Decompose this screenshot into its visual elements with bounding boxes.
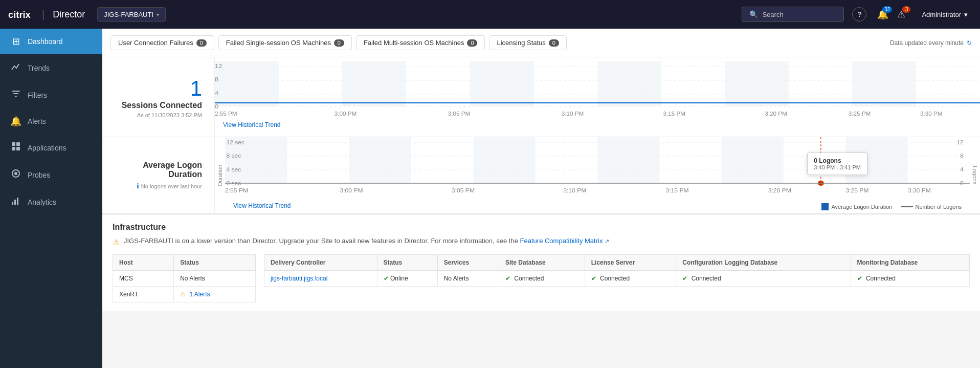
chip-user-connection-failures[interactable]: User Connection Failures 0 — [110, 35, 214, 50]
svg-rect-11 — [14, 200, 16, 205]
help-icon: ? — [857, 10, 862, 18]
sidebar: ⊞ Dashboard Trends Filters 🔔 Alerts Appl… — [0, 29, 102, 368]
refresh-icon[interactable]: ↻ — [967, 39, 972, 47]
ctrl-col-license: License Server — [585, 255, 676, 271]
ctrl-col-status: Status — [377, 255, 437, 271]
legend-avg-label: Average Logon Duration — [831, 204, 892, 210]
notification-area: 🔔 32 ⚠ 3 — [875, 7, 909, 21]
dashboard-icon: ⊞ — [10, 36, 21, 47]
logon-info-text: No logons over last hour — [141, 183, 202, 189]
site-selector[interactable]: JIGS-FARBAUTI ▾ — [97, 7, 166, 22]
chip-count-3: 0 — [549, 39, 559, 47]
svg-rect-21 — [597, 61, 661, 106]
svg-rect-12 — [17, 198, 18, 205]
svg-text:3:15 PM: 3:15 PM — [663, 111, 685, 117]
help-button[interactable]: ? — [852, 7, 866, 21]
sidebar-item-alerts[interactable]: 🔔 Alerts — [0, 109, 102, 134]
svg-rect-10 — [12, 202, 13, 205]
site-db-text: Connected — [514, 275, 544, 282]
ctrl-status: ✔ Online — [377, 271, 437, 287]
logon-chart-section: Average Logon Duration ℹ No logons over … — [102, 137, 980, 214]
chip-failed-multi[interactable]: Failed Multi-session OS Machines 0 — [356, 35, 485, 50]
chip-count-1: 0 — [334, 39, 344, 47]
site-chevron-icon: ▾ — [157, 12, 159, 17]
search-bar[interactable]: 🔍 Search — [742, 7, 844, 22]
sidebar-item-applications[interactable]: Applications — [0, 134, 102, 161]
monitoring-text: Connected — [866, 275, 896, 282]
legend-box-icon — [821, 203, 829, 210]
svg-rect-7 — [16, 147, 20, 150]
header-divider: | — [42, 9, 44, 20]
admin-selector[interactable]: Administrator ▾ — [918, 8, 972, 21]
infra-warning-text: JIGS-FARBAUTI is on a lower version than… — [124, 237, 518, 245]
svg-text:8: 8 — [215, 76, 219, 83]
ctrl-col-services: Services — [437, 255, 499, 271]
main-layout: ⊞ Dashboard Trends Filters 🔔 Alerts Appl… — [0, 29, 980, 368]
sidebar-item-analytics[interactable]: Analytics — [0, 188, 102, 215]
bell-notification[interactable]: 🔔 32 — [875, 7, 891, 21]
ctrl-col-monitoring: Monitoring Database — [851, 255, 969, 271]
sidebar-item-trends[interactable]: Trends — [0, 54, 102, 81]
svg-text:4: 4 — [960, 167, 964, 172]
alert-bar: User Connection Failures 0 Failed Single… — [102, 29, 980, 57]
table-row: XenRT ⚠ 1 Alerts — [113, 287, 256, 302]
sessions-label-area: 1 Sessions Connected As of 11/30/2023 3:… — [102, 57, 215, 137]
sidebar-label-analytics: Analytics — [28, 198, 56, 206]
svg-text:3:05 PM: 3:05 PM — [448, 111, 470, 117]
svg-text:0: 0 — [215, 103, 219, 110]
license-text: Connected — [600, 275, 630, 282]
sidebar-label-filters: Filters — [28, 91, 47, 99]
tables-wrap: Host Status MCS No Alerts — [113, 254, 970, 302]
duration-label: Duration — [215, 161, 225, 190]
svg-text:3:15 PM: 3:15 PM — [665, 188, 688, 193]
sidebar-item-probes[interactable]: Probes — [0, 161, 102, 188]
infra-title: Infrastructure — [113, 223, 970, 232]
logon-chart-wrap: Duration 0 Logons 3:40 PM - 3:41 PM — [215, 137, 980, 213]
svg-text:3:30 PM: 3:30 PM — [908, 188, 931, 193]
logon-title: Average Logon Duration — [115, 161, 202, 179]
config-log-check-icon: ✔ — [682, 275, 687, 282]
chip-label-3: Licensing Status — [497, 39, 545, 47]
svg-text:3:05 PM: 3:05 PM — [452, 188, 475, 193]
filters-icon — [10, 89, 21, 101]
svg-text:3:00 PM: 3:00 PM — [335, 111, 357, 117]
trends-icon — [10, 61, 21, 74]
svg-rect-2 — [13, 93, 18, 94]
svg-rect-5 — [16, 142, 20, 146]
sidebar-label-trends: Trends — [28, 64, 50, 72]
chip-label-0: User Connection Failures — [118, 39, 193, 47]
logon-view-trend-link[interactable]: View Historical Trend — [225, 200, 299, 213]
search-placeholder: Search — [762, 11, 783, 18]
svg-rect-20 — [470, 61, 534, 106]
svg-rect-45 — [845, 137, 907, 183]
alerts-icon: 🔔 — [10, 116, 21, 127]
svg-rect-41 — [349, 137, 411, 183]
sidebar-label-dashboard: Dashboard — [28, 37, 63, 46]
svg-text:2:55 PM: 2:55 PM — [225, 188, 248, 193]
host-mcs: MCS — [113, 271, 174, 287]
sidebar-item-filters[interactable]: Filters — [0, 81, 102, 109]
chip-label-2: Failed Multi-session OS Machines — [364, 39, 464, 47]
ctrl-link[interactable]: jigs-farbauti.jigs.local — [271, 275, 327, 282]
ctrl-services: No Alerts — [437, 271, 499, 287]
ctrl-license: ✔ Connected — [585, 271, 676, 287]
chip-failed-single[interactable]: Failed Single-session OS Machines 0 — [218, 35, 352, 50]
svg-text:8 sec: 8 sec — [226, 153, 241, 159]
xenrt-alerts-link[interactable]: 1 Alerts — [189, 291, 210, 298]
chip-count-2: 0 — [467, 39, 477, 47]
legend-line-label: Number of Logons — [916, 204, 962, 210]
ctrl-col-site-db: Site Database — [499, 255, 585, 271]
svg-rect-22 — [725, 61, 789, 106]
sidebar-item-dashboard[interactable]: ⊞ Dashboard — [0, 29, 102, 54]
site-db-check-icon: ✔ — [505, 275, 510, 282]
ctrl-monitoring: ✔ Connected — [851, 271, 969, 287]
chip-licensing[interactable]: Licensing Status 0 — [489, 35, 566, 50]
legend-num-logons: Number of Logons — [901, 204, 962, 210]
warning-icon: ⚠ — [113, 237, 120, 247]
sessions-view-trend-link[interactable]: View Historical Trend — [215, 119, 289, 133]
ctrl-name: jigs-farbauti.jigs.local — [264, 271, 377, 287]
compat-link[interactable]: Feature Compatibility Matrix — [520, 237, 603, 245]
sessions-chart-section: 1 Sessions Connected As of 11/30/2023 3:… — [102, 57, 980, 137]
svg-rect-18 — [215, 61, 279, 106]
alert-notification[interactable]: ⚠ 3 — [893, 7, 909, 21]
